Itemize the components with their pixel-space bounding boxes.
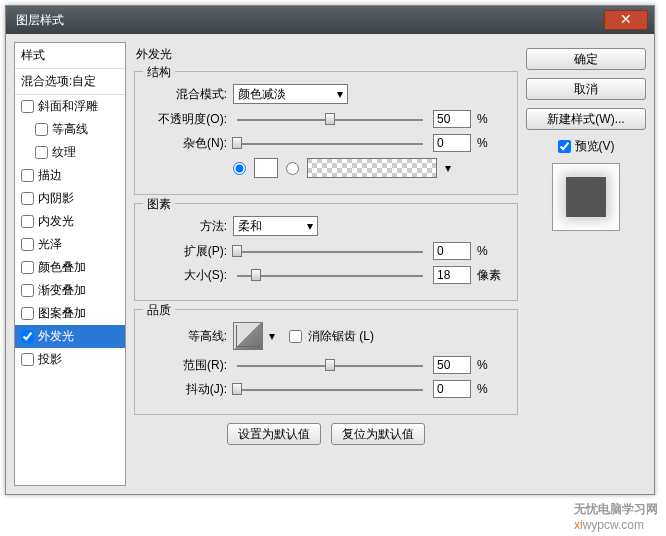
sidebar-item-label: 斜面和浮雕 xyxy=(38,98,98,115)
range-slider[interactable] xyxy=(237,358,423,372)
preview-label: 预览(V) xyxy=(575,138,615,155)
elements-legend: 图素 xyxy=(143,196,175,213)
antialias-label: 消除锯齿 (L) xyxy=(308,328,374,345)
sidebar-item-label: 等高线 xyxy=(52,121,88,138)
size-label: 大小(S): xyxy=(145,267,227,284)
sidebar-item-label: 纹理 xyxy=(52,144,76,161)
sidebar-item-9[interactable]: 图案叠加 xyxy=(15,302,125,325)
sidebar-item-5[interactable]: 内发光 xyxy=(15,210,125,233)
section-title: 外发光 xyxy=(134,42,518,63)
sidebar-item-2[interactable]: 纹理 xyxy=(15,141,125,164)
technique-label: 方法: xyxy=(145,218,227,235)
jitter-unit: % xyxy=(477,382,507,396)
preview-box xyxy=(552,163,620,231)
sidebar-item-label: 外发光 xyxy=(38,328,74,345)
jitter-label: 抖动(J): xyxy=(145,381,227,398)
contour-label: 等高线: xyxy=(145,328,227,345)
noise-input[interactable] xyxy=(433,134,471,152)
size-input[interactable] xyxy=(433,266,471,284)
contour-picker[interactable] xyxy=(233,322,263,350)
new-style-button[interactable]: 新建样式(W)... xyxy=(526,108,646,130)
preview-checkbox[interactable] xyxy=(558,140,571,153)
glow-gradient-radio[interactable] xyxy=(286,162,299,175)
sidebar-item-label: 光泽 xyxy=(38,236,62,253)
blend-mode-value: 颜色减淡 xyxy=(238,86,286,103)
quality-legend: 品质 xyxy=(143,302,175,319)
sidebar-item-label: 内发光 xyxy=(38,213,74,230)
preview-swatch xyxy=(566,177,606,217)
sidebar-checkbox[interactable] xyxy=(21,330,34,343)
sidebar-item-4[interactable]: 内阴影 xyxy=(15,187,125,210)
sidebar-checkbox[interactable] xyxy=(35,146,48,159)
structure-group: 结构 混合模式: 颜色减淡 ▾ 不透明度(O): % 杂色(N): xyxy=(134,71,518,195)
right-column: 确定 取消 新建样式(W)... 预览(V) xyxy=(526,42,646,486)
window-title: 图层样式 xyxy=(16,12,64,29)
main-panel: 外发光 结构 混合模式: 颜色减淡 ▾ 不透明度(O): % xyxy=(134,42,518,486)
reset-default-button[interactable]: 复位为默认值 xyxy=(331,423,425,445)
size-unit: 像素 xyxy=(477,267,507,284)
structure-legend: 结构 xyxy=(143,64,175,81)
close-button[interactable]: ✕ xyxy=(604,10,648,30)
noise-slider[interactable] xyxy=(237,136,423,150)
glow-color-radio[interactable] xyxy=(233,162,246,175)
glow-color-swatch[interactable] xyxy=(254,158,278,178)
sidebar-checkbox[interactable] xyxy=(21,169,34,182)
range-input[interactable] xyxy=(433,356,471,374)
range-label: 范围(R): xyxy=(145,357,227,374)
sidebar-checkbox[interactable] xyxy=(21,192,34,205)
spread-input[interactable] xyxy=(433,242,471,260)
sidebar-checkbox[interactable] xyxy=(21,215,34,228)
sidebar-item-label: 渐变叠加 xyxy=(38,282,86,299)
sidebar-item-6[interactable]: 光泽 xyxy=(15,233,125,256)
sidebar-checkbox[interactable] xyxy=(21,353,34,366)
sidebar-item-label: 内阴影 xyxy=(38,190,74,207)
spread-unit: % xyxy=(477,244,507,258)
sidebar-checkbox[interactable] xyxy=(21,307,34,320)
sidebar-item-0[interactable]: 斜面和浮雕 xyxy=(15,95,125,118)
opacity-unit: % xyxy=(477,112,507,126)
dropdown-icon[interactable]: ▾ xyxy=(445,161,451,175)
spread-slider[interactable] xyxy=(237,244,423,258)
glow-gradient-swatch[interactable] xyxy=(307,158,437,178)
sidebar-checkbox[interactable] xyxy=(21,284,34,297)
sidebar-item-7[interactable]: 颜色叠加 xyxy=(15,256,125,279)
dialog-window: 图层样式 ✕ 样式 混合选项:自定 斜面和浮雕等高线纹理描边内阴影内发光光泽颜色… xyxy=(5,5,655,495)
jitter-input[interactable] xyxy=(433,380,471,398)
dropdown-icon[interactable]: ▾ xyxy=(269,329,275,343)
antialias-checkbox[interactable] xyxy=(289,330,302,343)
dropdown-icon: ▾ xyxy=(337,87,343,101)
watermark: 无忧电脑学习网 xiwypcw.com xyxy=(574,501,658,532)
opacity-input[interactable] xyxy=(433,110,471,128)
sidebar-item-8[interactable]: 渐变叠加 xyxy=(15,279,125,302)
sidebar-item-10[interactable]: 外发光 xyxy=(15,325,125,348)
blend-mode-select[interactable]: 颜色减淡 ▾ xyxy=(233,84,348,104)
jitter-slider[interactable] xyxy=(237,382,423,396)
sidebar-blend-options[interactable]: 混合选项:自定 xyxy=(15,69,125,95)
sidebar-item-label: 描边 xyxy=(38,167,62,184)
sidebar-item-label: 图案叠加 xyxy=(38,305,86,322)
ok-button[interactable]: 确定 xyxy=(526,48,646,70)
elements-group: 图素 方法: 柔和 ▾ 扩展(P): % 大小(S): xyxy=(134,203,518,301)
set-default-button[interactable]: 设置为默认值 xyxy=(227,423,321,445)
cancel-button[interactable]: 取消 xyxy=(526,78,646,100)
sidebar-item-11[interactable]: 投影 xyxy=(15,348,125,371)
titlebar[interactable]: 图层样式 ✕ xyxy=(6,6,654,34)
sidebar-checkbox[interactable] xyxy=(21,100,34,113)
opacity-slider[interactable] xyxy=(237,112,423,126)
sidebar-item-label: 投影 xyxy=(38,351,62,368)
noise-label: 杂色(N): xyxy=(145,135,227,152)
technique-select[interactable]: 柔和 ▾ xyxy=(233,216,318,236)
sidebar-checkbox[interactable] xyxy=(35,123,48,136)
sidebar-item-3[interactable]: 描边 xyxy=(15,164,125,187)
sidebar-item-1[interactable]: 等高线 xyxy=(15,118,125,141)
opacity-label: 不透明度(O): xyxy=(145,111,227,128)
range-unit: % xyxy=(477,358,507,372)
sidebar-styles-header[interactable]: 样式 xyxy=(15,43,125,69)
sidebar-item-label: 颜色叠加 xyxy=(38,259,86,276)
sidebar-checkbox[interactable] xyxy=(21,261,34,274)
size-slider[interactable] xyxy=(237,268,423,282)
styles-sidebar: 样式 混合选项:自定 斜面和浮雕等高线纹理描边内阴影内发光光泽颜色叠加渐变叠加图… xyxy=(14,42,126,486)
sidebar-checkbox[interactable] xyxy=(21,238,34,251)
noise-unit: % xyxy=(477,136,507,150)
technique-value: 柔和 xyxy=(238,218,262,235)
